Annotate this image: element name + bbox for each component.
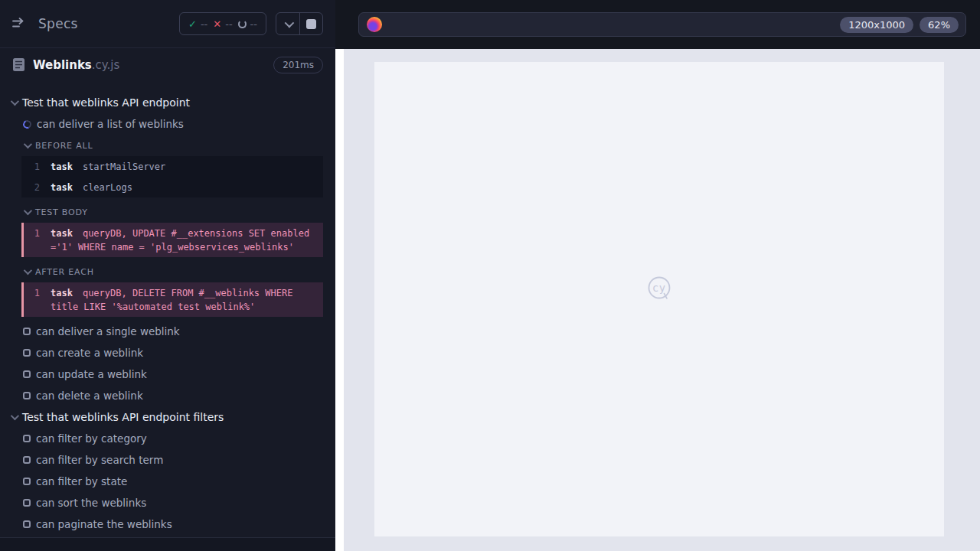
test-row[interactable]: can deliver a single weblink [0, 321, 335, 342]
collapse-button[interactable] [276, 13, 299, 34]
spinner-icon [21, 119, 32, 129]
spec-name: Weblinks [33, 58, 92, 72]
test-row[interactable]: can paginate the weblinks [0, 514, 335, 535]
section-after-each[interactable]: AFTER EACH [0, 261, 335, 282]
viewport-zoom-badge: 62% [920, 17, 959, 33]
spec-file-icon [12, 57, 25, 72]
test-label: can filter by category [36, 432, 147, 445]
test-row[interactable]: can delete a weblink [0, 385, 335, 406]
command-number: 1 [24, 227, 40, 254]
spec-file-row[interactable]: Weblinks.cy.js 201ms [0, 48, 335, 81]
test-label: can deliver a list of weblinks [37, 118, 184, 130]
stat-failed: ✕ -- [213, 18, 232, 30]
test-row[interactable]: can create a weblink [0, 342, 335, 364]
chevron-down-icon [11, 412, 19, 420]
stop-button[interactable] [299, 13, 322, 34]
command-number: 2 [21, 181, 40, 194]
test-label: can filter by search term [36, 454, 163, 466]
test-box-icon [23, 435, 31, 442]
test-box-icon [23, 328, 31, 335]
reporter-scrollbar[interactable] [335, 49, 344, 551]
chevron-down-icon [24, 140, 32, 148]
reporter-panel: Specs ✓ -- ✕ -- -- [0, 0, 335, 551]
command-number: 1 [21, 160, 40, 174]
test-box-icon [23, 499, 31, 507]
test-row[interactable]: can sort the weblinks [0, 492, 335, 514]
test-box-icon [23, 456, 31, 464]
suite-row-endpoint[interactable]: Test that weblinks API endpoint [0, 92, 335, 113]
aut-header: 1200x1000 62% [335, 0, 980, 49]
stat-running: -- [238, 18, 257, 30]
passed-count: -- [201, 18, 207, 30]
test-box-icon [23, 370, 31, 378]
section-label: AFTER EACH [35, 267, 94, 277]
command-message: startMailServer [83, 161, 165, 172]
suite-label: Test that weblinks API endpoint filters [22, 411, 224, 423]
stop-icon [306, 19, 316, 29]
duration-badge: 201ms [273, 57, 323, 73]
test-row[interactable]: can filter by search term [0, 449, 335, 471]
test-label: can update a weblink [36, 368, 147, 380]
running-count: -- [250, 18, 257, 30]
chevron-down-icon [24, 266, 32, 275]
running-icon [238, 20, 247, 28]
command-row[interactable]: 2 taskclearLogs [21, 177, 323, 197]
command-message: queryDB, UPDATE #__extensions SET enable… [51, 228, 309, 253]
command-name: task [51, 182, 73, 193]
test-box-icon [23, 392, 31, 399]
command-row[interactable]: 1 taskqueryDB, UPDATE #__extensions SET … [21, 223, 323, 257]
run-controls [276, 12, 323, 35]
svg-text:y: y [659, 282, 665, 294]
aut-page: c y [374, 62, 944, 536]
test-row[interactable]: can filter by category [0, 428, 335, 449]
test-label: can filter by state [36, 475, 127, 487]
test-label: can deliver a single weblink [36, 325, 180, 337]
command-name: task [51, 288, 73, 298]
command-number: 1 [24, 286, 40, 314]
url-bar[interactable]: 1200x1000 62% [358, 12, 966, 37]
test-box-icon [23, 478, 31, 485]
run-stats: ✓ -- ✕ -- -- [179, 12, 266, 35]
test-box-icon [23, 520, 31, 528]
check-icon: ✓ [188, 18, 197, 30]
firefox-icon [367, 17, 382, 32]
chevron-down-icon [24, 207, 32, 215]
aut-viewport: c y [344, 49, 980, 551]
svg-text:c: c [653, 282, 658, 294]
test-row[interactable]: can filter by state [0, 471, 335, 492]
test-label: can sort the weblinks [36, 497, 146, 509]
command-row[interactable]: 1 taskqueryDB, DELETE FROM #__weblinks W… [21, 282, 323, 317]
section-label: BEFORE ALL [35, 141, 93, 151]
test-label: can delete a weblink [36, 390, 143, 402]
suite-row-filters[interactable]: Test that weblinks API endpoint filters [0, 406, 335, 428]
section-before-all[interactable]: BEFORE ALL [0, 135, 335, 156]
specs-title: Specs [38, 16, 78, 31]
viewport-dimensions-badge: 1200x1000 [840, 17, 913, 33]
specs-header: Specs ✓ -- ✕ -- -- [0, 0, 335, 48]
suite-label: Test that weblinks API endpoint [22, 96, 190, 109]
chevron-down-icon [11, 97, 19, 106]
test-tree: Test that weblinks API endpoint can deli… [0, 81, 335, 535]
section-test-body[interactable]: TEST BODY [0, 201, 335, 223]
command-group-after-each: 1 taskqueryDB, DELETE FROM #__weblinks W… [21, 282, 323, 317]
command-group-test-body: 1 taskqueryDB, UPDATE #__extensions SET … [21, 223, 323, 257]
failed-count: -- [225, 18, 232, 30]
stat-passed: ✓ -- [188, 18, 207, 30]
command-message: queryDB, DELETE FROM #__weblinks WHERE t… [51, 288, 292, 312]
command-row[interactable]: 1 taskstartMailServer [21, 156, 323, 177]
section-label: TEST BODY [35, 207, 88, 217]
chevron-down-icon [284, 18, 294, 28]
test-row-running[interactable]: can deliver a list of weblinks [0, 113, 335, 135]
test-label: can paginate the weblinks [36, 518, 172, 530]
specs-menu-icon[interactable] [12, 18, 28, 30]
test-row[interactable]: can update a weblink [0, 364, 335, 385]
spec-extension: .cy.js [92, 58, 120, 72]
command-name: task [51, 161, 73, 172]
x-icon: ✕ [213, 18, 221, 30]
command-group-before-all: 1 taskstartMailServer 2 taskclearLogs [21, 156, 323, 197]
test-box-icon [23, 349, 31, 357]
test-label: can create a weblink [36, 347, 143, 359]
reporter-footer [0, 537, 335, 551]
cypress-watermark-icon: c y [645, 275, 673, 305]
command-name: task [51, 228, 73, 239]
